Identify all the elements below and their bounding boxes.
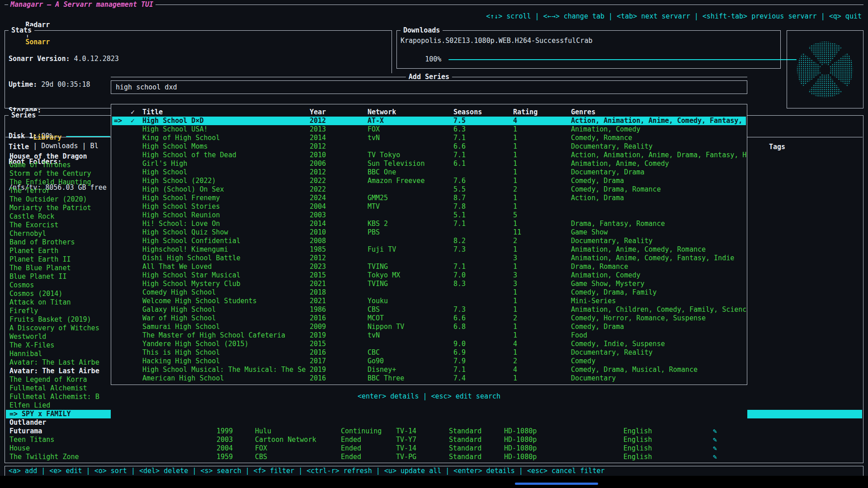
result-title-cell: High (School) On Sex [142, 185, 224, 194]
app-title: Managarr — A Servarr management TUI [8, 0, 156, 9]
tag-edit-icon: ✎ [713, 453, 717, 461]
search-result-row[interactable]: Comedy High School 2018 1 Comedy, Drama,… [112, 288, 746, 297]
result-genres-cell: Game Show [571, 228, 608, 237]
search-result-row[interactable]: High School of the Dead 2010 TV Tokyo 7.… [112, 151, 746, 160]
search-result-row[interactable]: High School Moms 2012 6.6 1 Documentary,… [112, 142, 746, 151]
result-year-cell: 2010 [310, 151, 326, 160]
search-result-row[interactable]: High School Star Musical 2015 Tokyo MX 7… [112, 271, 746, 280]
search-result-row[interactable]: The Master of High School Cafeteria 2019… [112, 331, 746, 340]
download-item[interactable]: Krapopolis.S02E13.1080p.WEB.H264-Success… [401, 37, 592, 45]
result-genres-cell: Animation, Anime, Comedy [571, 160, 669, 168]
search-results-table: ✓ Title Year Network Seasons Rating Genr… [111, 104, 747, 385]
search-result-row[interactable]: War of High School 2016 MCOT 6.6 2 Comed… [112, 314, 746, 323]
search-result-row[interactable]: Highschool! Kimengumi 1985 Fuji TV 7.3 1… [112, 245, 746, 254]
series-row[interactable]: Teen Titans 2003 Cartoon Network Ended T… [6, 436, 862, 444]
search-result-row[interactable]: High School Stories 2004 MTV 7.8 1 [112, 202, 746, 211]
result-year-cell: 2024 [310, 194, 326, 202]
result-seasons-cell: 3 [513, 254, 517, 263]
result-year-cell: 2004 [310, 202, 326, 211]
search-result-row[interactable]: High School Reunion 2003 5.1 5 [112, 211, 746, 220]
result-rating-cell: 6.6 [453, 314, 466, 323]
series-title-cell: Storm of the Century [9, 169, 91, 178]
search-result-row[interactable]: High School 2012 BBC One 1 Documentary, … [112, 168, 746, 177]
series-row[interactable]: The Twilight Zone 1959 CBS Ended TV-PG S… [6, 453, 862, 461]
result-title-cell: High School Quiz Show [142, 228, 228, 237]
search-result-row[interactable]: High School USA! 2013 FOX 6.3 1 Animatio… [112, 125, 746, 134]
result-genres-cell: Documentary, Reality [571, 142, 653, 151]
series-tab-library[interactable]: Library [33, 133, 61, 141]
search-result-row[interactable]: Galaxy High School 1986 CBS 7.3 1 Animat… [112, 305, 746, 314]
series-title-cell: => SPY x FAMILY [9, 410, 71, 418]
result-title-cell: High School [142, 168, 187, 177]
series-row[interactable]: House 2004 FOX Ended TV-14 Standard HD-1… [6, 444, 862, 453]
col-genres-header: Genres [571, 108, 595, 117]
result-title-cell: Yandere High School (2015) [142, 340, 249, 348]
search-result-row[interactable]: American High School 2016 BBC Three 7.4 … [112, 374, 746, 383]
search-result-row[interactable]: Hacking High School 2017 Go90 7.9 2 Come… [112, 357, 746, 366]
result-rating-cell: 6.9 [453, 348, 466, 357]
search-result-row[interactable]: High School Mystery Club 2021 TVING 8.3 … [112, 280, 746, 288]
result-title-cell: High School Frenemy [142, 194, 220, 202]
result-network-cell: Fuji TV [368, 245, 396, 254]
result-rating-cell: 8.2 [453, 237, 466, 245]
search-result-row[interactable]: Girl's High 2006 Sun Television 6.1 1 An… [112, 160, 746, 168]
search-result-row[interactable]: This is High School 2016 CBC 6.9 1 Docum… [112, 348, 746, 357]
search-result-row[interactable]: Samurai High School 2009 Nippon TV 6.8 1… [112, 323, 746, 331]
series-title-cell: Attack on Titan [9, 298, 71, 307]
series-certification-cell: TV-Y7 [396, 436, 416, 444]
series-title-cell: Avatar: The Last Airbe [9, 367, 99, 375]
search-result-row[interactable]: All That We Loved 2023 TVING 7.1 1 Drama… [112, 263, 746, 271]
series-profile-cell: HD-1080p [504, 427, 537, 436]
series-tabs-rest[interactable]: | Downloads | Bl [33, 142, 99, 150]
taskbar-indicator[interactable] [515, 483, 598, 485]
uptime-value: 29d 00:35:18 [41, 80, 90, 89]
series-title-cell: Hannibal [9, 350, 42, 358]
series-title-cell: Fullmetal Alchemist [9, 384, 87, 393]
series-title-cell: Game of Thrones [9, 161, 71, 169]
result-seasons-cell: 4 [513, 366, 517, 374]
series-certification-cell: TV-14 [396, 427, 416, 436]
search-result-row[interactable]: High School Musical: The Musical: The Se… [112, 366, 746, 374]
result-genres-cell: Drama, Romance [571, 263, 628, 271]
search-result-row[interactable]: High (School) On Sex 2022 5.5 2 Comedy, … [112, 185, 746, 194]
series-title-cell: The Enfield Haunting [9, 178, 91, 187]
search-result-row[interactable]: Yandere High School (2015) 2015 9.0 4 Co… [112, 340, 746, 348]
result-network-cell: TVING [368, 280, 388, 288]
result-rating-cell: 6.6 [453, 142, 466, 151]
result-title-cell: High School (2022) [142, 177, 216, 185]
add-series-search-input[interactable] [116, 81, 740, 93]
bottom-keybind-help: <a> add | <e> edit | <o> sort | <del> de… [9, 467, 605, 475]
result-year-cell: 2012 [310, 254, 326, 263]
series-profile-cell: HD-1080p [504, 453, 537, 461]
search-result-row[interactable]: High School (2022) 2022 Amazon Freevee 7… [112, 177, 746, 185]
series-network-cell: Cartoon Network [255, 436, 316, 444]
result-year-cell: 2012 [310, 117, 326, 125]
result-rating-cell: 5.1 [453, 211, 466, 220]
search-result-row[interactable]: High School Confidential 2008 8.2 2 Docu… [112, 237, 746, 245]
result-genres-cell: Documentary [571, 374, 616, 383]
series-title-cell: Band of Brothers [9, 238, 75, 247]
result-seasons-cell: 1 [513, 305, 517, 314]
result-network-cell: CBS [368, 305, 380, 314]
search-result-row[interactable]: King of High School 2014 tvN 7.1 1 Comed… [112, 134, 746, 142]
series-title-cell: Elfen Lied [9, 401, 50, 410]
col-year-header: Year [310, 108, 326, 117]
search-result-row[interactable]: High School Frenemy 2024 GMM25 8.7 1 Act… [112, 194, 746, 202]
series-col-title-header: Title [9, 143, 29, 151]
series-title-cell: The Legend of Korra [9, 375, 87, 384]
series-year-cell: 2004 [217, 444, 233, 453]
search-result-row[interactable]: Welcome High School Students 2021 Youku … [112, 297, 746, 305]
tag-edit-icon: ✎ [713, 444, 717, 453]
col-title-header: Title [142, 108, 163, 117]
result-year-cell: 2017 [310, 357, 326, 366]
col-rating-header: Rating [513, 108, 538, 117]
result-genres-cell: Comedy, Drama [571, 323, 624, 331]
series-profile-cell: HD-1080p [504, 436, 537, 444]
result-title-cell: High School D×D [142, 117, 203, 125]
search-result-row[interactable]: => ✓ High School D×D 2012 AT-X 7.5 4 Act… [112, 117, 746, 125]
series-row[interactable]: Futurama 1999 Hulu Continuing TV-14 Stan… [6, 427, 862, 436]
search-result-row[interactable]: Oishi High School Battle 2012 3 Animatio… [112, 254, 746, 263]
search-result-row[interactable]: Hi! School: Love On 2014 KBS 2 7.1 1 Dra… [112, 220, 746, 228]
result-seasons-cell: 1 [513, 374, 517, 383]
search-result-row[interactable]: High School Quiz Show 2010 PBS 11 Game S… [112, 228, 746, 237]
